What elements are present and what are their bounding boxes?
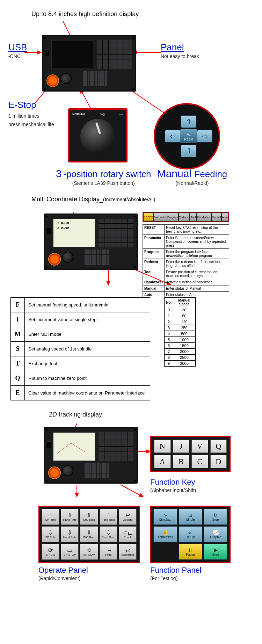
op-hand-rate[interactable]: ⇩Hand Rate [61, 526, 79, 542]
panel-title: Panel [161, 42, 199, 53]
cnc-device-2: · X 0.000 · Z 0.000 [44, 214, 138, 270]
function-key-block: NJVQABCD [150, 436, 231, 472]
rotary-num: 3 [56, 168, 62, 179]
rotary-knob[interactable] [60, 73, 72, 84]
fkey-D[interactable]: D [210, 455, 227, 468]
cnc-device-3 [44, 427, 138, 484]
tab-handwheel[interactable]: Handwheel [197, 212, 211, 222]
tab-parameter[interactable]: Parameter [153, 212, 167, 222]
rotary-closeup: NORMAL ∿◎ ⟹ [68, 108, 128, 162]
tab-program[interactable]: Program [167, 212, 179, 222]
manual-t2: Feeding [194, 169, 227, 179]
operate-panel: ⇧SP Rate⇧Hand Rate⇧G00 Rate⇧Feed Rate↩Co… [38, 506, 140, 563]
fkey-C[interactable]: C [191, 455, 208, 468]
fn-graphic[interactable]: 📈Graphic [204, 526, 227, 542]
fn-step[interactable]: ↻Step [204, 509, 227, 525]
estop-button[interactable] [46, 74, 59, 87]
function-panel: ∿Simulate⊡Single↻Step☝Thumbstall⏎Return📈… [150, 506, 231, 563]
op-sp-ccw[interactable]: ⟲SP-CCW [80, 544, 98, 560]
display-callout: Up to 8.4 inches high definition display [31, 10, 139, 18]
op-coolant[interactable]: ↩Coolant [119, 509, 137, 525]
rotary-ic-c: ⟹ [119, 113, 123, 116]
tab-manual[interactable]: Manual [211, 212, 221, 222]
op-g00-rate[interactable]: ⇩G00 Rate [80, 526, 98, 542]
speed-table: No.Manual Speed0301602120325045005100061… [164, 297, 196, 367]
op-sp-rate[interactable]: ⇩SP Rate [42, 526, 59, 542]
op-feed-rate[interactable]: ⇩Feed Rate [100, 526, 117, 542]
rotary-sub: (Siemens LA39 Push button) [56, 180, 151, 186]
feed-down[interactable]: ⇩ [181, 145, 196, 157]
keys-table: FSet manual feeding speed, unit:mm/minIS… [10, 297, 150, 400]
tab-strip: RESETParameterProgramRedeemToolHandwheel… [143, 212, 229, 222]
op-sp-stop[interactable]: ▭SP-STOP [61, 544, 79, 560]
usb-title: USB [8, 42, 27, 53]
operate-sub: (Rapid/Convenient) [38, 576, 140, 581]
usb-port[interactable] [45, 49, 49, 56]
device-screen [51, 40, 93, 69]
fkey-B[interactable]: B [173, 455, 190, 468]
feed-rapid[interactable]: ∿Rapid [180, 129, 197, 143]
tab-tool[interactable]: Tool [190, 212, 197, 222]
op-point[interactable]: ◦→Point [100, 544, 117, 560]
tracking-screen [53, 432, 95, 461]
tab-auto[interactable]: Auto [221, 212, 228, 222]
feed-left[interactable]: ⇦ [165, 130, 180, 143]
multi-title: Multi Coordinate Display_ [31, 196, 103, 203]
rotary-ic-b: ∿◎ [100, 113, 105, 116]
manual-feed-pad: ⇧ ⇦ ∿Rapid ⇨ ⇩ [154, 103, 220, 169]
manual-sub: (Normal/Rapid) [154, 180, 231, 186]
fn-thumbstall[interactable]: ☝Thumbstall [153, 526, 177, 542]
coord-screen: · X 0.000 · Z 0.000 [53, 219, 95, 247]
op-feed-rate[interactable]: ⇧Feed Rate [100, 509, 117, 525]
fn-single[interactable]: ⊡Single [179, 509, 202, 525]
op-sp-rate[interactable]: ⇧SP Rate [42, 509, 59, 525]
function-pad[interactable] [95, 71, 107, 86]
op-exchange[interactable]: ⇄Exchange [119, 544, 137, 560]
operate-title: Operate Panel [38, 566, 140, 575]
operate-pad[interactable] [83, 71, 94, 86]
rotary-rest: -position rotary switch [63, 169, 151, 179]
feed-right[interactable]: ⇨ [197, 130, 212, 143]
op-chuck[interactable]: ⊂⊏Chuck [119, 526, 137, 542]
fkey-A[interactable]: A [154, 455, 171, 468]
manual-t1: Manual [157, 168, 195, 179]
feed-up[interactable]: ⇧ [181, 115, 196, 128]
fkey-sub: (Alphabet Input/Shift) [150, 487, 196, 493]
tab-redeem[interactable]: Redeem [179, 212, 190, 222]
panel-sub: Not easy to break [161, 53, 199, 59]
usb-sub: -DNC [8, 53, 27, 59]
fkey-Q[interactable]: Q [210, 440, 227, 453]
tracking-title: 2D tracking display [49, 411, 259, 418]
op-g00-rate[interactable]: ⇧G00 Rate [80, 509, 98, 525]
tab-desc-table: RESETReset key, CNC reset, stop of the f… [143, 224, 229, 298]
rotary-knob-large[interactable] [80, 119, 115, 154]
fkey-V[interactable]: V [191, 440, 208, 453]
fkey-title: Function Key [150, 478, 196, 487]
fn-return[interactable]: ⏎Return [179, 526, 202, 542]
estop-sub1: 1 million times [8, 113, 54, 119]
fn-pause[interactable]: ⏸Pause [179, 544, 202, 560]
fn-start[interactable]: ▶Start [204, 544, 227, 560]
cnc-device [42, 35, 136, 92]
fnpanel-sub: (For Testing) [150, 576, 231, 581]
multi-sub: (Increment/Absolute/All) [103, 197, 155, 202]
fnpanel-title: Function Panel [150, 566, 231, 575]
tab-reset[interactable]: RESET [143, 212, 153, 222]
rotary-ic-normal: NORMAL [72, 113, 86, 116]
estop-sub2: press mechanical life [8, 122, 54, 127]
fkey-J[interactable]: J [173, 440, 190, 453]
keypad[interactable] [97, 40, 132, 69]
svg-line-12 [121, 485, 143, 497]
fn-simulate[interactable]: ∿Simulate [153, 509, 177, 525]
fkey-N[interactable]: N [154, 440, 171, 453]
op-sp-cw[interactable]: ⟳SP-CW [42, 544, 59, 560]
op-hand-rate[interactable]: ⇧Hand Rate [61, 509, 79, 525]
estop-title: E-Stop [8, 100, 54, 110]
